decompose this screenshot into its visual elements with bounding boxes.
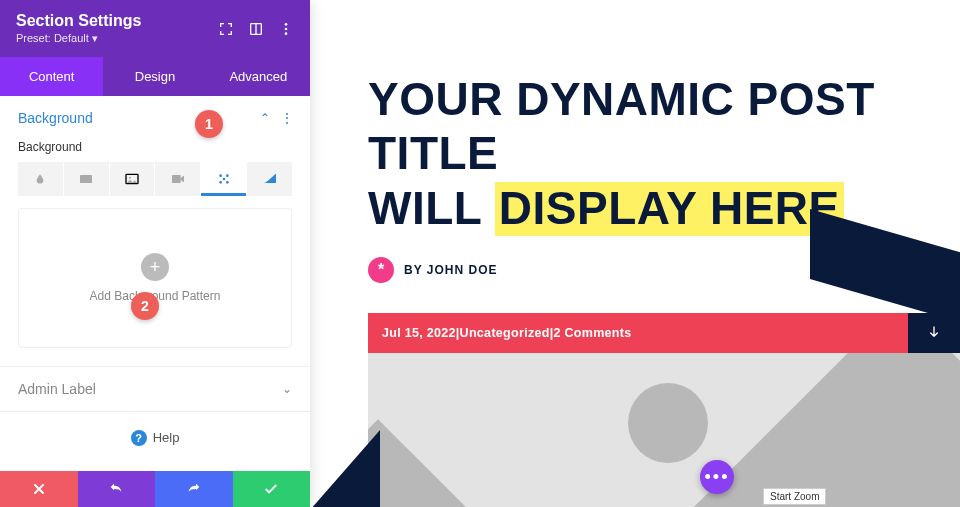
featured-image-placeholder <box>368 353 960 507</box>
accordion-head-background[interactable]: Background ⌃ ⋮ <box>0 96 310 140</box>
svg-point-9 <box>219 174 222 177</box>
post-title-highlight: DISPLAY HERE <box>495 182 844 236</box>
accordion-head-admin-label[interactable]: Admin Label ⌄ <box>0 367 310 411</box>
drag-handle-icon[interactable]: ⋮ <box>280 110 292 126</box>
panel-title-block: Section Settings Preset: Default ▾ <box>16 12 141 45</box>
annotation-badge-2: 2 <box>131 292 159 320</box>
background-field-label: Background <box>0 140 310 162</box>
svg-point-10 <box>226 174 229 177</box>
svg-point-4 <box>285 32 288 35</box>
svg-point-2 <box>285 23 288 26</box>
help-icon: ? <box>131 430 147 446</box>
svg-point-13 <box>222 178 225 181</box>
background-type-tabs <box>0 162 310 208</box>
header-icons <box>218 21 294 37</box>
placeholder-sun <box>628 383 708 463</box>
svg-point-11 <box>219 181 222 184</box>
footer-actions <box>0 471 310 507</box>
column-icon[interactable] <box>248 21 264 37</box>
add-background-pattern[interactable]: + Add Background Pattern <box>18 208 292 348</box>
post-title: YOUR DYNAMIC POST TITLE WILL DISPLAY HER… <box>368 72 960 235</box>
tab-advanced[interactable]: Advanced <box>207 57 310 96</box>
meta-text: Jul 15, 2022 | Uncategorized | 2 Comment… <box>368 313 908 353</box>
tab-design[interactable]: Design <box>103 57 206 96</box>
chevron-down-icon: ⌄ <box>282 382 292 396</box>
preview-area: YOUR DYNAMIC POST TITLE WILL DISPLAY HER… <box>368 0 960 507</box>
more-icon[interactable] <box>278 21 294 37</box>
help-link[interactable]: ?Help <box>0 412 310 464</box>
bg-tab-pattern[interactable] <box>201 162 247 196</box>
annotation-badge-1: 1 <box>195 110 223 138</box>
accordion-background: Background ⌃ ⋮ Background + Add Backgrou… <box>0 96 310 367</box>
chevron-up-icon: ⌃ <box>260 111 270 125</box>
save-button[interactable] <box>233 471 311 507</box>
svg-point-3 <box>285 27 288 30</box>
settings-tabs: Content Design Advanced <box>0 57 310 96</box>
background-title: Background <box>18 110 93 126</box>
admin-label-title: Admin Label <box>18 381 96 397</box>
svg-rect-5 <box>80 175 92 183</box>
undo-button[interactable] <box>78 471 156 507</box>
focus-icon[interactable] <box>218 21 234 37</box>
cancel-button[interactable] <box>0 471 78 507</box>
svg-point-12 <box>226 181 229 184</box>
meta-bar: Jul 15, 2022 | Uncategorized | 2 Comment… <box>368 313 960 353</box>
bg-tab-gradient[interactable] <box>64 162 110 196</box>
bg-tab-image[interactable] <box>110 162 156 196</box>
module-menu-button[interactable]: ••• <box>700 460 734 494</box>
tab-content[interactable]: Content <box>0 57 103 96</box>
svg-rect-8 <box>172 175 181 183</box>
start-zoom-tooltip: Start Zoom <box>763 488 826 505</box>
panel-title: Section Settings <box>16 12 141 30</box>
asterisk-icon: * <box>368 257 394 283</box>
settings-panel: Section Settings Preset: Default ▾ Conte… <box>0 0 310 507</box>
placeholder-mountain <box>368 419 562 507</box>
panel-header: Section Settings Preset: Default ▾ <box>0 0 310 57</box>
preset-selector[interactable]: Preset: Default ▾ <box>16 32 141 45</box>
byline-text: BY JOHN DOE <box>404 263 497 277</box>
redo-button[interactable] <box>155 471 233 507</box>
bg-tab-color[interactable] <box>18 162 64 196</box>
panel-body: Background ⌃ ⋮ Background + Add Backgrou… <box>0 96 310 471</box>
accordion-admin-label: Admin Label ⌄ <box>0 367 310 412</box>
bg-tab-video[interactable] <box>155 162 201 196</box>
plus-icon: + <box>141 253 169 281</box>
svg-point-7 <box>129 177 131 179</box>
bg-tab-mask[interactable] <box>247 162 292 196</box>
post-title-line1: YOUR DYNAMIC POST TITLE <box>368 72 960 181</box>
